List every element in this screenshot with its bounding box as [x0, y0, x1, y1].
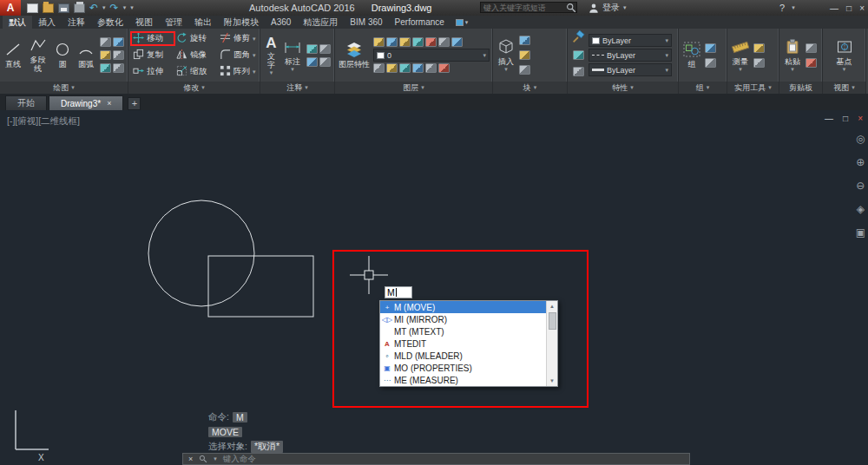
quick-select-icon[interactable]: [753, 43, 765, 53]
layer-current-icon[interactable]: [425, 63, 437, 73]
recent-commands-icon[interactable]: [199, 455, 207, 463]
recent-commands-caret-icon[interactable]: ▾: [214, 455, 217, 462]
autocomplete-item-move[interactable]: + M (MOVE): [380, 301, 546, 313]
dimension-button[interactable]: 标注 ▾: [282, 38, 303, 73]
lineweight-dropdown[interactable]: ByLayer ▾: [589, 63, 672, 76]
copy-button[interactable]: 复制: [131, 49, 174, 62]
tab-view[interactable]: 视图: [129, 16, 159, 29]
calculator-icon[interactable]: [753, 58, 765, 68]
properties-toggle-icon[interactable]: [573, 67, 584, 76]
tab-home[interactable]: 默认: [3, 16, 32, 29]
autocomplete-item-measure[interactable]: ⋯ ME (MEASURE): [380, 374, 546, 386]
command-dock-close-icon[interactable]: ×: [188, 455, 193, 463]
ellipse-icon[interactable]: [100, 50, 111, 60]
drawing-tab-close-icon[interactable]: ×: [107, 99, 111, 108]
layer-freeze-icon[interactable]: [386, 37, 398, 47]
scale-button[interactable]: 缩放: [174, 65, 218, 78]
tab-bim360[interactable]: BIM 360: [344, 16, 388, 29]
close-icon[interactable]: ×: [859, 3, 865, 13]
help-icon[interactable]: ?: [779, 3, 785, 13]
insert-block-button[interactable]: 插入 ▾: [496, 38, 516, 73]
autocad-logo-icon[interactable]: A: [0, 0, 21, 16]
ribbon-display-toggle[interactable]: ▾: [456, 16, 469, 29]
autocomplete-item-properties[interactable]: ▣ MO (PROPERTIES): [380, 362, 546, 374]
rotate-button[interactable]: 旋转: [174, 32, 218, 45]
base-view-button[interactable]: 基点 ▾: [834, 38, 855, 73]
signin-caret-icon[interactable]: ▾: [623, 4, 627, 11]
clipboard-copy-icon[interactable]: [806, 43, 817, 53]
signin-label[interactable]: 登录: [602, 2, 620, 14]
scrollbar-thumb[interactable]: [549, 312, 556, 330]
trim-button[interactable]: 修剪 ▾: [218, 32, 260, 45]
object-color-dropdown[interactable]: ByLayer ▾: [589, 34, 672, 47]
ungroup-icon[interactable]: [705, 43, 716, 53]
drawing-canvas[interactable]: [-][俯视][二维线框] — □ × ◎ ⊕ ⊖ ◈ ▣: [0, 110, 868, 465]
panel-label-properties[interactable]: 特性▾: [568, 82, 678, 94]
tab-a360[interactable]: A360: [265, 16, 297, 29]
qat-menu-caret-icon[interactable]: ▾: [130, 4, 134, 11]
layer-isolate-icon[interactable]: [412, 37, 424, 47]
polyline-button[interactable]: 多段线: [26, 36, 49, 74]
panel-label-modify[interactable]: 修改▾: [128, 82, 260, 94]
spline-icon[interactable]: [100, 63, 111, 73]
array-button[interactable]: 阵列 ▾: [218, 65, 260, 78]
command-prompt-text[interactable]: 键入命令: [223, 454, 256, 465]
layer-state-icon[interactable]: [373, 63, 385, 73]
tab-performance[interactable]: Performance: [389, 16, 450, 29]
save-icon[interactable]: [58, 3, 69, 13]
tab-featured-apps[interactable]: 精选应用: [297, 16, 344, 29]
panel-label-view[interactable]: 视图▾: [823, 82, 865, 94]
minimize-icon[interactable]: —: [830, 3, 838, 13]
layer-unisolate-icon[interactable]: [425, 37, 437, 47]
leader-icon[interactable]: [306, 44, 318, 54]
dynamic-command-input[interactable]: M: [385, 286, 412, 298]
layer-thaw-icon[interactable]: [399, 63, 411, 73]
circle-button[interactable]: 圆: [52, 41, 73, 69]
text-button[interactable]: A 文字 ▾: [263, 35, 279, 76]
measure-button[interactable]: 测量 ▾: [730, 38, 751, 73]
rectangle-icon[interactable]: [100, 37, 111, 47]
properties-list-icon[interactable]: [573, 50, 584, 60]
autocomplete-item-mirror[interactable]: ◁▷ MI (MIRROR): [380, 313, 546, 325]
scroll-up-icon[interactable]: ▲: [549, 301, 555, 311]
tab-parametric[interactable]: 参数化: [91, 16, 129, 29]
drawn-rectangle[interactable]: [208, 256, 313, 317]
signin-area[interactable]: 登录 ▾: [589, 0, 627, 16]
help-caret-icon[interactable]: ▾: [792, 4, 795, 11]
file-tab-drawing3[interactable]: Drawing3* ×: [49, 95, 123, 110]
layer-properties-button[interactable]: 图层特性: [338, 41, 371, 69]
block-edit-icon[interactable]: [519, 36, 530, 45]
autocomplete-item-mtext[interactable]: MT (MTEXT): [380, 325, 546, 337]
tab-output[interactable]: 输出: [188, 16, 218, 29]
text-style-icon[interactable]: [306, 57, 318, 67]
layer-unlock-icon[interactable]: [412, 63, 424, 73]
tab-manage[interactable]: 管理: [159, 16, 188, 29]
line-button[interactable]: 直线: [3, 41, 23, 69]
file-tab-start[interactable]: 开始: [5, 95, 47, 110]
tab-addins[interactable]: 附加模块: [218, 16, 265, 29]
group-edit-icon[interactable]: [705, 58, 716, 68]
search-input[interactable]: [481, 3, 566, 12]
table-icon[interactable]: [319, 44, 331, 54]
panel-label-annotation[interactable]: 注释▾: [260, 82, 334, 94]
clipboard-cut-icon[interactable]: [806, 58, 817, 68]
block-define-icon[interactable]: [519, 65, 530, 75]
layer-delete-icon[interactable]: [438, 63, 450, 73]
layer-off-icon[interactable]: [373, 37, 385, 47]
mirror-button[interactable]: 镜像: [174, 49, 218, 62]
scrollbar-track[interactable]: [549, 311, 556, 376]
panel-label-groups[interactable]: 组▾: [679, 82, 727, 94]
panel-label-block[interactable]: 块▾: [493, 82, 567, 94]
panel-label-clipboard[interactable]: 剪贴板: [779, 82, 822, 94]
dim-style-icon[interactable]: [319, 57, 331, 67]
maximize-icon[interactable]: □: [846, 3, 852, 13]
autocomplete-item-mt edit[interactable]: A MTEDIT: [380, 337, 546, 350]
autocomplete-scrollbar[interactable]: ▲ ▼: [546, 301, 557, 386]
tab-insert[interactable]: 插入: [32, 16, 62, 29]
open-file-icon[interactable]: [43, 3, 54, 13]
panel-label-utilities[interactable]: 实用工具▾: [727, 82, 779, 94]
fillet-button[interactable]: 圆角 ▾: [218, 49, 260, 62]
autocomplete-item-mleader[interactable]: ∘ MLD (MLEADER): [380, 350, 546, 362]
panel-label-layers[interactable]: 图层▾: [335, 82, 492, 94]
redo-caret-icon[interactable]: ▾: [123, 4, 127, 11]
